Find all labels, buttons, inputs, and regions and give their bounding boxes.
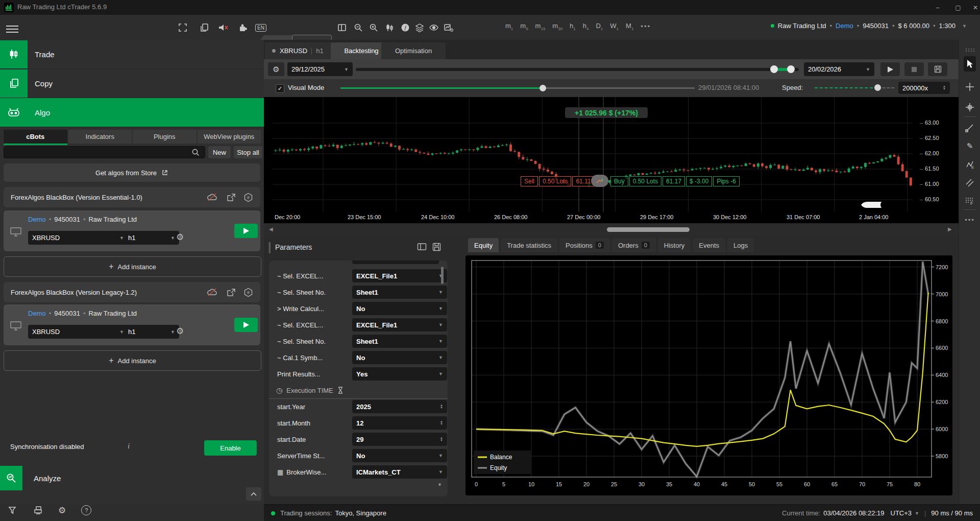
close-button[interactable]: ✕ — [968, 0, 980, 15]
start-cbot-button[interactable] — [234, 224, 258, 238]
account-selector[interactable]: Raw Trading Ltd• Demo• 9450031• $ 6 000.… — [771, 22, 967, 30]
timeframe-D1[interactable]: D1 — [596, 22, 603, 31]
tab-plugins[interactable]: Plugins — [133, 130, 197, 144]
info-icon[interactable]: i — [128, 442, 130, 451]
tab-webview-plugins[interactable]: WebView plugins — [198, 130, 261, 144]
elliott-pattern-tool[interactable]: E — [964, 158, 976, 171]
maximize-button[interactable]: ▢ — [950, 0, 966, 15]
language-selector[interactable]: EN — [253, 22, 268, 33]
cbot-item[interactable]: ForexAlgos BlackBox (Version Essential-1… — [4, 187, 260, 207]
scroll-down-icon[interactable]: ▼ — [437, 482, 442, 487]
parameter-dropdown[interactable]: No▼ — [352, 302, 447, 315]
enable-sync-button[interactable]: Enable — [204, 440, 257, 456]
timeframe-W1[interactable]: W1 — [610, 22, 619, 31]
backtest-settings-button[interactable]: ⚙ — [268, 62, 284, 76]
symbol-select[interactable]: XBRUSD▼ — [28, 325, 128, 339]
parameter-dropdown[interactable]: Sheet1▼ — [352, 286, 447, 299]
instance-account-type[interactable]: Demo — [28, 216, 46, 223]
help-icon[interactable]: ? — [81, 505, 91, 515]
sessions-value[interactable]: Tokyo, Singapore — [335, 509, 386, 517]
mute-icon[interactable] — [217, 22, 230, 33]
play-backtest-button[interactable] — [880, 62, 900, 76]
chart-scrollbar[interactable]: ◀ ▶ — [264, 223, 959, 236]
share-export-icon[interactable] — [226, 288, 235, 297]
parameter-dropdown[interactable]: Sheet1▼ — [352, 335, 447, 348]
cbot-item[interactable]: ForexAlgos BlackBox (Version Legacy-1.2)… — [4, 282, 260, 302]
timeframe-h1[interactable]: h1 — [570, 22, 576, 31]
new-cbot-button[interactable]: New — [208, 146, 231, 158]
parameter-dropdown[interactable]: EXCEL_File1▼ — [352, 318, 447, 331]
cursor-tool[interactable] — [964, 56, 976, 72]
parameter-dropdown[interactable]: Yes▼ — [352, 367, 447, 381]
timeframe-m30[interactable]: m30 — [552, 22, 562, 31]
search-input[interactable] — [4, 146, 205, 158]
parameter-dropdown[interactable]: ICMarkets_CT▼ — [352, 465, 447, 479]
freehand-draw-tool[interactable]: ✎ — [964, 140, 976, 152]
timezone-value[interactable]: UTC+3 — [891, 509, 912, 517]
timeframe-m15[interactable]: m15 — [535, 22, 546, 31]
scrollbar-thumb[interactable] — [607, 227, 690, 232]
tab-logs[interactable]: Logs — [727, 238, 754, 252]
cloud-disabled-icon[interactable] — [207, 288, 218, 297]
range-end-handle[interactable] — [787, 65, 795, 73]
tab-positions[interactable]: Positions0 — [559, 238, 610, 252]
collapse-panel-icon[interactable] — [417, 243, 427, 251]
date-range-slider[interactable] — [356, 68, 799, 71]
spinner-arrows-icon[interactable]: ▲▼ — [943, 85, 946, 90]
scroll-left-icon[interactable]: ◀ — [269, 226, 273, 232]
symbol-select[interactable]: XBRUSD▼ — [28, 231, 128, 245]
visual-mode-checkbox[interactable]: ✓ — [276, 84, 284, 93]
spinner-arrows-icon[interactable]: ▲▼ — [440, 437, 443, 442]
instance-settings-icon[interactable]: ⚙ — [176, 232, 184, 242]
timeframe-m1[interactable]: m1 — [505, 22, 513, 31]
settings-icon[interactable]: ⚙ — [58, 505, 66, 515]
indicators-icon[interactable]: f — [399, 22, 411, 33]
end-date-select[interactable]: 20/02/2026▼ — [804, 62, 874, 76]
channel-tool[interactable] — [964, 177, 976, 189]
tab-cbots[interactable]: cBots — [4, 130, 67, 145]
tab-equity[interactable]: Equity — [468, 238, 499, 252]
get-algos-store-button[interactable]: Get algos from Store — [4, 163, 260, 182]
tab-orders[interactable]: Orders0 — [612, 238, 656, 252]
trendline-tool[interactable] — [964, 122, 976, 134]
fullscreen-icon[interactable] — [177, 22, 189, 33]
menu-button[interactable] — [6, 23, 18, 35]
parameter-number-input[interactable]: 12▲▼ — [352, 416, 447, 430]
toolbar-handle-icon[interactable] — [964, 44, 976, 56]
candlestick-chart[interactable]: 63.0062.5062.0061.5061.0060.50 Dec 20:00… — [264, 97, 959, 236]
parameter-dropdown[interactable]: EXCEL_File1▼ — [352, 269, 447, 282]
duplicate-layout-icon[interactable] — [198, 22, 210, 33]
tab-events[interactable]: Events — [693, 238, 725, 252]
add-instance-button[interactable]: +Add instance — [4, 256, 261, 277]
sidebar-item-trade[interactable]: Trade — [0, 40, 264, 69]
chart-layout-icon[interactable] — [336, 22, 348, 33]
visibility-icon[interactable] — [428, 22, 440, 33]
crosshair-tool[interactable] — [964, 81, 976, 93]
equity-chart[interactable]: 5800600062006400660068007000720005101520… — [465, 255, 952, 495]
timeframe-h4[interactable]: h4 — [583, 22, 589, 31]
objects-layers-icon[interactable] — [413, 22, 426, 33]
parameter-number-input[interactable]: 2025▲▼ — [352, 400, 447, 413]
params-scrollbar-thumb[interactable] — [441, 267, 444, 284]
parameter-dropdown[interactable]: No▼ — [352, 449, 447, 462]
cloud-disabled-icon[interactable] — [207, 193, 218, 202]
more-tools-icon[interactable]: ••• — [964, 214, 976, 226]
csharp-source-icon[interactable]: # — [243, 288, 253, 297]
sidebar-item-algo[interactable]: Algo — [0, 98, 264, 127]
start-cbot-button[interactable] — [234, 318, 258, 332]
tab-optimisation[interactable]: Optimisation — [381, 42, 446, 59]
fibonacci-tool[interactable]: F — [964, 195, 976, 207]
progress-slider[interactable] — [340, 87, 695, 89]
timeframe-select[interactable]: h1▼ — [124, 325, 179, 339]
progress-handle[interactable] — [540, 85, 546, 91]
stop-backtest-button[interactable] — [904, 62, 924, 76]
start-date-select[interactable]: 29/12/2025▼ — [287, 62, 353, 76]
add-instance-button[interactable]: +Add instance — [4, 350, 261, 371]
news-icon[interactable] — [33, 505, 43, 515]
plugins-icon[interactable] — [237, 22, 249, 33]
parameter-number-input[interactable]: 29▲▼ — [352, 433, 447, 446]
tab-trade-statistics[interactable]: Trade statistics — [501, 238, 557, 252]
sidebar-item-copy[interactable]: Copy — [0, 69, 264, 98]
csharp-source-icon[interactable]: # — [243, 193, 253, 202]
parameter-dropdown[interactable]: No▼ — [352, 351, 447, 364]
